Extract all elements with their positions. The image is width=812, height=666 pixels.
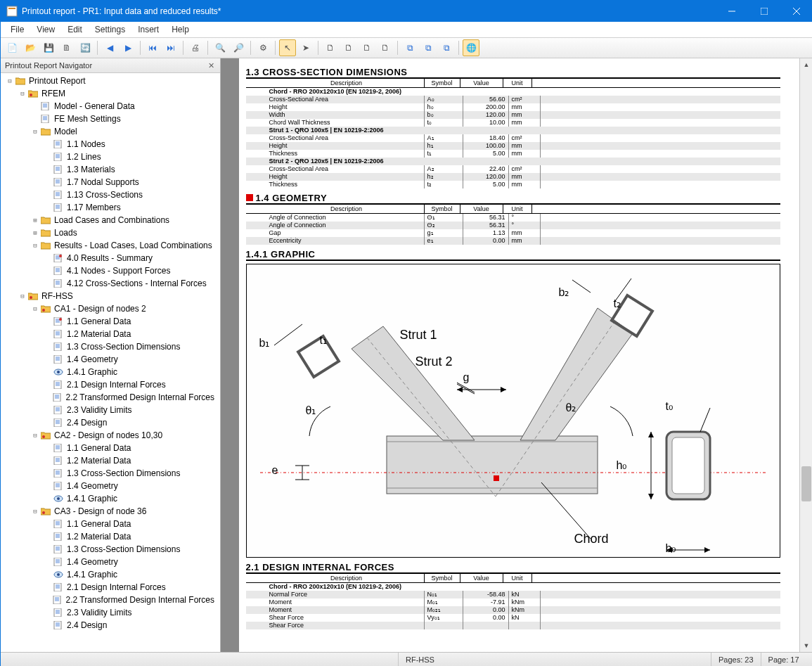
tree-node[interactable]: 4.1 Nodes - Support Forces bbox=[1, 264, 220, 277]
tree-node[interactable]: 1.2 Material Data bbox=[1, 454, 220, 467]
tree-node[interactable]: 2.3 Validity Limits bbox=[1, 404, 220, 416]
tree-node[interactable]: 1.4 Geometry bbox=[1, 480, 220, 492]
print-icon[interactable]: 🖨 bbox=[187, 39, 204, 56]
menu-settings[interactable]: Settings bbox=[89, 23, 131, 36]
doc-icon bbox=[53, 418, 64, 428]
tree-node[interactable]: 1.13 Cross-Sections bbox=[1, 188, 220, 201]
minimize-button[interactable] bbox=[716, 1, 748, 22]
tree-node[interactable]: Model - General Data bbox=[1, 100, 220, 113]
menu-view[interactable]: View bbox=[31, 23, 60, 36]
vertical-scrollbar[interactable]: ▲ ▼ bbox=[799, 58, 812, 652]
scrollbar-thumb[interactable] bbox=[801, 466, 811, 501]
doc2-icon[interactable]: 🗋 bbox=[340, 39, 357, 56]
tree-toggle-icon[interactable]: ⊟ bbox=[30, 242, 40, 249]
tree-toggle-icon[interactable]: ⊟ bbox=[18, 293, 27, 300]
tree-node[interactable]: 1.17 Members bbox=[1, 201, 220, 214]
tree-node[interactable]: ⊞Loads bbox=[1, 226, 220, 239]
zoom-out-icon[interactable]: 🔎 bbox=[230, 39, 247, 56]
tree-node[interactable]: 1.4.1 Graphic bbox=[1, 366, 220, 378]
tree-node[interactable]: 2.2 Transformed Design Internal Forces bbox=[1, 594, 220, 606]
pointer-icon[interactable]: ➤ bbox=[297, 39, 314, 56]
navigator-close-icon[interactable]: ✕ bbox=[206, 60, 216, 70]
tree-node[interactable]: ⊟Results - Load Cases, Load Combinations bbox=[1, 239, 220, 252]
tree-node[interactable]: 2.1 Design Internal Forces bbox=[1, 581, 220, 594]
tree-node[interactable]: 4.0 Results - Summary bbox=[1, 252, 220, 264]
tree-node[interactable]: ⊞Load Cases and Combinations bbox=[1, 214, 220, 226]
maximize-button[interactable] bbox=[748, 1, 780, 22]
gear-icon[interactable]: ⚙ bbox=[254, 39, 271, 56]
tree-node[interactable]: 1.2 Material Data bbox=[1, 328, 220, 340]
scroll-down-icon[interactable]: ▼ bbox=[800, 639, 812, 652]
tree-view[interactable]: ⊟Printout Report⊟RFEMModel - General Dat… bbox=[1, 73, 220, 652]
tree-node[interactable]: 1.4 Geometry bbox=[1, 556, 220, 568]
tree-node[interactable]: 2.4 Design bbox=[1, 416, 220, 429]
tree-node[interactable]: ⊟CA2 - Design of nodes 10,30 bbox=[1, 429, 220, 442]
tree-node[interactable]: FE Mesh Settings bbox=[1, 113, 220, 125]
tree-node[interactable]: ⊟Printout Report bbox=[1, 75, 220, 87]
tree-node[interactable]: 2.4 Design bbox=[1, 619, 220, 632]
tree-node[interactable]: 2.3 Validity Limits bbox=[1, 606, 220, 619]
tree-node[interactable]: 1.3 Cross-Section Dimensions bbox=[1, 467, 220, 480]
tree-node[interactable]: 1.3 Cross-Section Dimensions bbox=[1, 340, 220, 353]
export-icon[interactable]: 🗎 bbox=[58, 39, 75, 56]
scroll-up-icon[interactable]: ▲ bbox=[800, 58, 812, 71]
tree-toggle-icon[interactable]: ⊟ bbox=[30, 305, 40, 312]
refresh-icon[interactable]: 🔄 bbox=[77, 39, 94, 56]
tree-label: 1.2 Lines bbox=[65, 152, 103, 162]
link1-icon[interactable]: ⧉ bbox=[401, 39, 418, 56]
svg-marker-76 bbox=[704, 547, 710, 553]
svg-rect-36 bbox=[54, 520, 61, 528]
tree-node[interactable]: 1.1 General Data bbox=[1, 442, 220, 454]
tree-node[interactable]: ⊟RFEM bbox=[1, 87, 220, 100]
menu-insert[interactable]: Insert bbox=[132, 23, 165, 36]
tree-node[interactable]: 1.4.1 Graphic bbox=[1, 492, 220, 505]
table-row: Cross-Sectional AreaA₀56.60cm² bbox=[246, 96, 780, 103]
doc4-icon[interactable]: 🗋 bbox=[377, 39, 394, 56]
link3-icon[interactable]: ⧉ bbox=[438, 39, 455, 56]
tree-toggle-icon[interactable]: ⊟ bbox=[18, 90, 27, 97]
tree-toggle-icon[interactable]: ⊟ bbox=[30, 508, 40, 515]
menu-edit[interactable]: Edit bbox=[62, 23, 88, 36]
tree-node[interactable]: 1.3 Cross-Section Dimensions bbox=[1, 543, 220, 556]
tree-node[interactable]: 1.3 Materials bbox=[1, 163, 220, 176]
open-icon[interactable]: 📂 bbox=[22, 39, 39, 56]
globe-icon[interactable]: 🌐 bbox=[463, 39, 479, 56]
tree-node[interactable]: 4.12 Cross-Sections - Internal Forces bbox=[1, 277, 220, 290]
tree-node[interactable]: ⊟RF-HSS bbox=[1, 290, 220, 302]
tree-node[interactable]: 1.2 Lines bbox=[1, 151, 220, 163]
prev-icon[interactable]: ◀ bbox=[101, 39, 118, 56]
tree-toggle-icon[interactable]: ⊟ bbox=[30, 128, 40, 135]
tree-node[interactable]: 1.1 General Data bbox=[1, 518, 220, 530]
tree-node[interactable]: 1.1 General Data bbox=[1, 315, 220, 328]
menu-file[interactable]: File bbox=[5, 23, 30, 36]
tree-node[interactable]: 2.2 Transformed Design Internal Forces bbox=[1, 391, 220, 404]
tree-toggle-icon[interactable]: ⊟ bbox=[5, 77, 15, 84]
tree-node[interactable]: ⊟CA1 - Design of nodes 2 bbox=[1, 302, 220, 315]
tree-node[interactable]: 1.1 Nodes bbox=[1, 138, 220, 151]
new-icon[interactable]: 📄 bbox=[4, 39, 20, 56]
zoom-in-icon[interactable]: 🔍 bbox=[212, 39, 228, 56]
doc1-icon[interactable]: 🗋 bbox=[322, 39, 339, 56]
tree-node[interactable]: 2.1 Design Internal Forces bbox=[1, 378, 220, 391]
tree-label: RFEM bbox=[40, 89, 67, 98]
svg-rect-45 bbox=[54, 621, 61, 629]
tree-node[interactable]: 1.4.1 Graphic bbox=[1, 568, 220, 581]
tree-toggle-icon[interactable]: ⊟ bbox=[30, 432, 40, 439]
tree-node[interactable]: 1.7 Nodal Supports bbox=[1, 176, 220, 188]
doc3-icon[interactable]: 🗋 bbox=[359, 39, 375, 56]
tree-node[interactable]: ⊟Model bbox=[1, 125, 220, 138]
tree-node[interactable]: 1.2 Material Data bbox=[1, 530, 220, 543]
tree-toggle-icon[interactable]: ⊞ bbox=[30, 229, 40, 236]
tree-node[interactable]: 1.4 Geometry bbox=[1, 353, 220, 366]
select-icon[interactable]: ↖ bbox=[279, 39, 296, 56]
next-icon[interactable]: ▶ bbox=[120, 39, 136, 56]
save-icon[interactable]: 💾 bbox=[40, 39, 57, 56]
link2-icon[interactable]: ⧉ bbox=[420, 39, 437, 56]
last-icon[interactable]: ⏭ bbox=[162, 39, 179, 56]
tree-node[interactable]: ⊟CA3 - Design of node 36 bbox=[1, 505, 220, 518]
tree-toggle-icon[interactable]: ⊞ bbox=[30, 217, 40, 224]
menu-help[interactable]: Help bbox=[166, 23, 195, 36]
close-button[interactable] bbox=[780, 1, 812, 22]
tree-label: 1.4 Geometry bbox=[65, 557, 120, 567]
first-icon[interactable]: ⏮ bbox=[144, 39, 161, 56]
